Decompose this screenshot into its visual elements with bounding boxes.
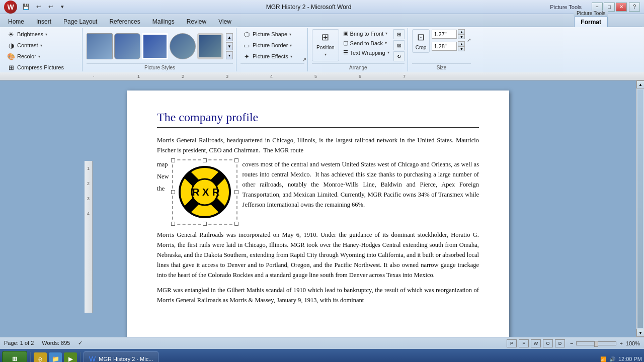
ribbon-tab-row: Home Insert Page Layout References Maili… <box>0 14 644 27</box>
taskbar-word-label: MGR History 2 - Mic... <box>99 356 153 362</box>
crop-button[interactable]: ⊡ Crop <box>412 29 430 53</box>
tab-mailings[interactable]: Mailings <box>146 16 181 27</box>
scroll-up-button[interactable]: ▲ <box>636 80 644 88</box>
handle-bottom-middle[interactable] <box>203 222 207 226</box>
zoom-in-button[interactable]: + <box>618 340 623 346</box>
spell-check-icon[interactable]: ✓ <box>78 340 83 346</box>
scroll-thumb[interactable] <box>637 89 643 328</box>
handle-bottom-left[interactable] <box>171 222 175 226</box>
picture-border-button[interactable]: ▭ Picture Border ▾ <box>240 40 304 50</box>
tab-review[interactable]: Review <box>181 16 212 27</box>
tab-view[interactable]: View <box>212 16 237 27</box>
style-scroll-up[interactable]: ▲ <box>226 33 233 41</box>
zoom-slider[interactable] <box>576 341 616 345</box>
height-down-btn[interactable]: ▼ <box>458 34 465 39</box>
tab-format[interactable]: Format <box>574 16 608 27</box>
width-arrows: ▲ ▼ <box>458 41 465 51</box>
arrange-group-btn[interactable]: ⊠ <box>393 40 405 50</box>
minimize-button[interactable]: − <box>592 3 603 12</box>
view-full-btn[interactable]: F <box>519 339 529 347</box>
contrast-button[interactable]: ◑ Contrast ▾ <box>5 40 79 50</box>
arrange-rotate-btn[interactable]: ↻ <box>393 51 405 61</box>
picture-options-expand[interactable]: ↗ <box>302 57 306 62</box>
picture-options-content: ⬡ Picture Shape ▾ ▭ Picture Border ▾ ✦ P… <box>240 29 304 63</box>
height-input[interactable] <box>432 30 457 39</box>
start-button[interactable]: ⊞ <box>2 351 27 362</box>
style-thumb-1[interactable] <box>87 33 113 59</box>
scroll-down-button[interactable]: ▼ <box>636 329 644 337</box>
style-gallery-btn[interactable]: ▾ <box>226 51 233 59</box>
handle-top-left[interactable] <box>171 158 175 162</box>
float-container: map New the <box>157 159 479 225</box>
view-web-btn[interactable]: W <box>531 339 541 347</box>
taskbar-separator <box>30 352 31 362</box>
tray-network[interactable]: 📶 <box>600 356 606 362</box>
tab-home[interactable]: Home <box>2 16 30 27</box>
style-thumb-3[interactable] <box>142 33 168 59</box>
handle-middle-left[interactable] <box>171 190 175 194</box>
style-scroll-down[interactable]: ▼ <box>226 42 233 50</box>
tab-page-layout[interactable]: Page Layout <box>57 16 103 27</box>
quick-save-btn[interactable]: 💾 <box>21 3 31 12</box>
quick-undo2-btn[interactable]: ↩ <box>45 3 55 12</box>
position-button[interactable]: ⊞ Position ▾ <box>312 29 339 61</box>
width-spinner: ▲ ▼ <box>432 41 465 51</box>
view-buttons: P F W O D <box>507 339 565 347</box>
style-thumb-2[interactable] <box>114 33 140 59</box>
picture-styles-content: ▲ ▼ ▾ <box>87 29 233 63</box>
height-arrows: ▲ ▼ <box>458 29 465 39</box>
text-wrapping-button[interactable]: ☰ Text Wrapping ▾ <box>341 48 391 57</box>
size-label: Size <box>412 63 471 70</box>
view-print-btn[interactable]: P <box>507 339 517 347</box>
arrange-align-btn[interactable]: ⊞ <box>393 29 405 39</box>
view-draft-btn[interactable]: D <box>555 339 565 347</box>
style-thumb-5[interactable] <box>197 33 223 59</box>
svg-text:X: X <box>202 187 209 198</box>
bring-to-front-button[interactable]: ▣ Bring to Front ▾ <box>341 29 391 38</box>
restore-button[interactable]: □ <box>604 3 615 12</box>
taskbar-media-btn[interactable]: ▶ <box>64 352 77 362</box>
media-icon: ▶ <box>68 355 73 362</box>
zoom-slider-thumb[interactable] <box>594 341 598 347</box>
tab-references[interactable]: References <box>103 16 146 27</box>
quick-more-btn[interactable]: ▾ <box>57 3 67 12</box>
compress-pictures-button[interactable]: ⊞ Compress Pictures <box>5 62 79 72</box>
taskbar-folder-btn[interactable]: 📁 <box>49 352 62 362</box>
document-title: The company profile <box>157 111 479 128</box>
close-button[interactable]: ✕ <box>616 3 627 12</box>
handle-top-right[interactable] <box>234 158 238 162</box>
help-button[interactable]: ? <box>629 3 640 12</box>
office-button[interactable]: W <box>4 1 17 14</box>
document-scroll-area[interactable]: The company profile Morris General Railr… <box>0 80 636 337</box>
width-up-btn[interactable]: ▲ <box>458 41 465 46</box>
size-expand-btn[interactable]: ↗ <box>467 37 471 53</box>
taskbar-ie-btn[interactable]: e <box>34 352 47 362</box>
zoom-out-button[interactable]: − <box>569 340 574 346</box>
handle-middle-right[interactable] <box>234 190 238 194</box>
contrast-icon: ◑ <box>7 41 15 49</box>
quick-undo-btn[interactable]: ↩ <box>33 3 43 12</box>
paragraph-1-start: Morris General Railroads, headquartered … <box>157 135 479 155</box>
handle-top-middle[interactable] <box>203 158 207 162</box>
recolor-button[interactable]: 🎨 Recolor ▾ <box>5 51 79 61</box>
picture-shape-button[interactable]: ⬡ Picture Shape ▾ <box>240 29 304 39</box>
start-label: ⊞ <box>12 355 17 362</box>
width-input[interactable] <box>432 42 457 51</box>
width-down-btn[interactable]: ▼ <box>458 46 465 51</box>
send-to-back-button[interactable]: ▢ Send to Back ▾ <box>341 39 391 47</box>
brightness-button[interactable]: ☀ Brightness ▾ <box>5 29 79 39</box>
view-outline-btn[interactable]: O <box>543 339 553 347</box>
height-up-btn[interactable]: ▲ <box>458 29 465 34</box>
recolor-icon: 🎨 <box>7 52 15 60</box>
picture-effects-button[interactable]: ✦ Picture Effects ▾ <box>240 51 304 61</box>
handle-bottom-right[interactable] <box>234 222 238 226</box>
tray-volume[interactable]: 🔊 <box>609 356 615 362</box>
vertical-scrollbar[interactable]: ▲ ▼ <box>636 80 644 337</box>
style-thumb-4[interactable] <box>170 33 196 59</box>
tab-insert[interactable]: Insert <box>30 16 57 27</box>
railroad-image[interactable]: R X R <box>172 159 237 225</box>
taskbar-word-item[interactable]: W MGR History 2 - Mic... <box>84 351 158 362</box>
arrange-content: ⊞ Position ▾ ▣ Bring to Front ▾ ▢ Send t… <box>312 29 405 63</box>
brightness-icon: ☀ <box>7 30 15 38</box>
system-tray: 📶 🔊 12:00 PM <box>600 356 642 362</box>
